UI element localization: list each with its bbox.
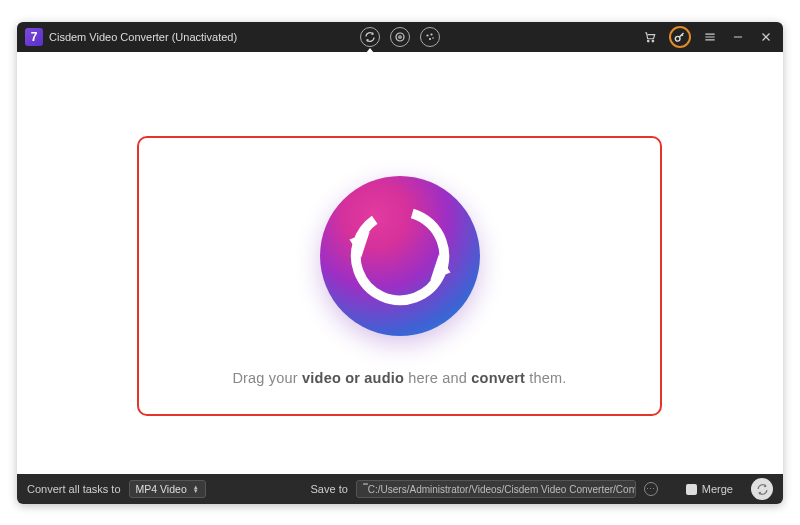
merge-checkbox[interactable]: [686, 484, 697, 495]
convert-circle-icon: [320, 176, 480, 336]
output-format-value: MP4 Video: [136, 483, 187, 495]
app-logo-icon: 7: [25, 28, 43, 46]
save-to-label: Save to: [311, 483, 348, 495]
svg-point-7: [652, 40, 654, 42]
svg-point-5: [432, 37, 434, 39]
save-path-value: C:/Users/Administrator/Videos/Cisdem Vid…: [368, 484, 636, 495]
cart-icon[interactable]: [641, 28, 659, 46]
svg-point-4: [429, 38, 431, 40]
svg-point-0: [396, 33, 404, 41]
svg-point-8: [675, 36, 680, 41]
merge-toggle[interactable]: Merge: [686, 483, 733, 495]
svg-point-2: [426, 34, 428, 36]
convert-mode-icon[interactable]: [360, 27, 380, 47]
svg-point-6: [647, 40, 649, 42]
download-mode-icon[interactable]: [420, 27, 440, 47]
titlebar: 7 Cisdem Video Converter (Unactivated): [17, 22, 783, 52]
open-folder-button[interactable]: ⋯: [644, 482, 658, 496]
merge-label: Merge: [702, 483, 733, 495]
disc-mode-icon[interactable]: [390, 27, 410, 47]
window-title: Cisdem Video Converter (Unactivated): [49, 31, 237, 43]
menu-icon[interactable]: [701, 28, 719, 46]
drop-text-frag: them.: [525, 370, 567, 386]
activate-key-icon[interactable]: [669, 26, 691, 48]
select-chevron-icon: ▲▼: [193, 485, 199, 493]
convert-all-label: Convert all tasks to: [27, 483, 121, 495]
save-path-box[interactable]: C:/Users/Administrator/Videos/Cisdem Vid…: [356, 480, 636, 498]
app-window: 7 Cisdem Video Converter (Unactivated): [17, 22, 783, 504]
start-convert-button[interactable]: [751, 478, 773, 500]
close-button[interactable]: [757, 28, 775, 46]
drop-text-frag: here and: [404, 370, 471, 386]
mode-switcher: [360, 27, 440, 47]
svg-point-3: [430, 33, 432, 35]
minimize-button[interactable]: [729, 28, 747, 46]
drop-text-bold: video or audio: [302, 370, 404, 386]
drop-zone[interactable]: Drag your video or audio here and conver…: [137, 136, 662, 416]
main-area: Drag your video or audio here and conver…: [17, 52, 783, 474]
drop-text-bold: convert: [471, 370, 525, 386]
bottom-bar: Convert all tasks to MP4 Video ▲▼ Save t…: [17, 474, 783, 504]
titlebar-right: [641, 26, 775, 48]
svg-point-1: [399, 36, 402, 39]
drop-text-frag: Drag your: [232, 370, 302, 386]
drop-instruction: Drag your video or audio here and conver…: [232, 370, 566, 386]
output-format-select[interactable]: MP4 Video ▲▼: [129, 480, 206, 498]
